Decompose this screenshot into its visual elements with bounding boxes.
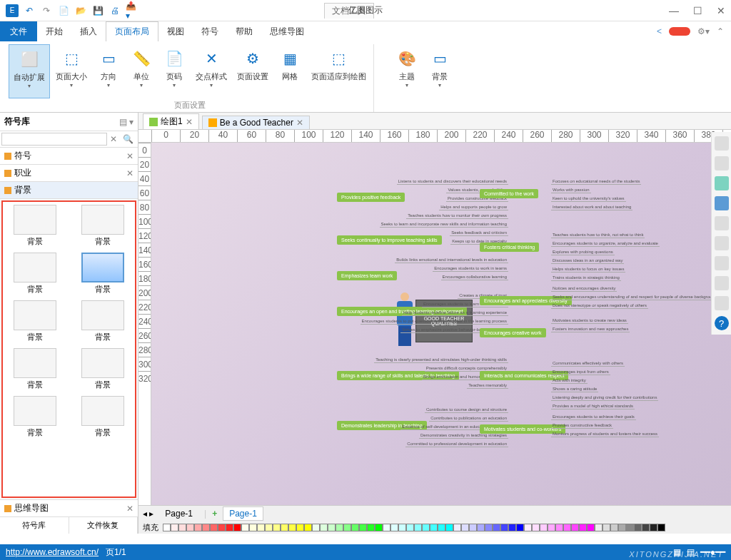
redo-icon[interactable]: ↷	[40, 4, 53, 17]
search-icon[interactable]: 🔍	[120, 133, 136, 146]
tool-comment-icon[interactable]	[715, 276, 729, 290]
color-swatch[interactable]	[414, 524, 422, 531]
leaf[interactable]: Encourages input from others	[551, 369, 610, 375]
color-swatch[interactable]	[312, 524, 320, 531]
color-swatch[interactable]	[390, 524, 398, 531]
color-swatch[interactable]	[657, 524, 665, 531]
color-swatch[interactable]	[257, 524, 265, 531]
tool-chat-icon[interactable]	[715, 296, 729, 310]
leaf[interactable]: Contributes to publications on education	[429, 415, 508, 422]
leaf[interactable]: Teaches students how to think, not what …	[551, 232, 645, 238]
ribbon-网格[interactable]: ▦网格	[274, 44, 306, 98]
leaf[interactable]: Encourages students to put questions and…	[361, 318, 508, 325]
color-swatch[interactable]	[438, 524, 445, 531]
color-swatch[interactable]	[288, 524, 296, 531]
color-swatch[interactable]	[281, 524, 288, 531]
bg-thumb-3[interactable]: 背景	[74, 253, 133, 295]
ribbon-页面大小[interactable]: ⬚页面大小▾	[51, 44, 91, 98]
clear-icon[interactable]: ✕	[107, 133, 120, 146]
color-swatch[interactable]	[453, 524, 461, 531]
leaf[interactable]: Shows a caring attitude	[551, 386, 598, 392]
color-swatch[interactable]	[430, 524, 438, 531]
leaf[interactable]: Help students redefine failure as a lear…	[402, 310, 508, 316]
leaf[interactable]: Helps and supports people to grow	[439, 204, 508, 210]
color-swatch[interactable]	[226, 524, 233, 531]
bg-thumb-2[interactable]: 背景	[6, 253, 65, 295]
color-swatch[interactable]	[595, 524, 603, 531]
bg-thumb-7[interactable]: 背景	[74, 348, 133, 390]
tool-text-icon[interactable]	[715, 236, 729, 250]
export-icon[interactable]: 📤▾	[126, 4, 138, 17]
color-swatch[interactable]	[445, 524, 453, 531]
leaf[interactable]: Does not stereotype or speak negatively …	[551, 302, 648, 309]
leaf[interactable]: Listening deeply and giving credit for t…	[551, 394, 658, 401]
menu-tab-帮助[interactable]: 帮助	[227, 21, 261, 41]
branch-left-0[interactable]: Provides positive feedback	[337, 193, 405, 202]
color-swatch[interactable]	[587, 524, 595, 531]
color-swatch[interactable]	[163, 524, 171, 531]
color-swatch[interactable]	[618, 524, 626, 531]
color-swatch[interactable]	[524, 524, 532, 531]
tab-close-icon[interactable]: ✕	[186, 117, 193, 127]
app-icon[interactable]: E	[6, 4, 19, 17]
color-swatch[interactable]	[610, 524, 618, 531]
color-swatch[interactable]	[422, 524, 430, 531]
leaf[interactable]: Helps students to focus on key issues	[551, 266, 625, 273]
menu-tab-开始[interactable]: 开始	[37, 21, 71, 41]
color-swatch[interactable]	[548, 524, 555, 531]
color-swatch[interactable]	[178, 524, 186, 531]
menu-tab-插入[interactable]: 插入	[71, 21, 106, 41]
ribbon-自动扩展[interactable]: ⬜自动扩展▾	[9, 44, 50, 98]
color-swatch[interactable]	[383, 524, 390, 531]
color-swatch[interactable]	[273, 524, 281, 531]
share-icon[interactable]: <	[657, 26, 662, 36]
color-swatch[interactable]	[336, 524, 343, 531]
color-swatch[interactable]	[485, 524, 493, 531]
color-swatch[interactable]	[367, 524, 375, 531]
page-nav-arrows[interactable]: ◂ ▸	[143, 509, 153, 519]
settings-icon[interactable]: ⚙▾	[697, 26, 710, 36]
section-close-icon[interactable]: ✕	[126, 151, 133, 161]
save-icon[interactable]: 💾	[91, 4, 104, 17]
color-swatch[interactable]	[626, 524, 634, 531]
leaf[interactable]: Teaches memorably	[467, 382, 508, 389]
leaf[interactable]: Focuses on educational needs of the stud…	[551, 178, 641, 185]
leaf[interactable]: Seeks and encourages understanding of an…	[551, 294, 720, 300]
leaf[interactable]: Builds links emotional and international…	[395, 257, 508, 263]
color-swatch[interactable]	[406, 524, 414, 531]
color-swatch[interactable]	[343, 524, 351, 531]
leaf[interactable]: Provides constructive feedback	[551, 422, 613, 429]
tool-layers-icon[interactable]	[715, 216, 729, 230]
add-page-button[interactable]: +	[212, 509, 217, 519]
tool-image-icon[interactable]	[715, 196, 729, 210]
tool-fill-icon[interactable]	[715, 176, 729, 190]
leaf[interactable]: Encourages students to organize, analyze…	[551, 240, 660, 247]
leaf[interactable]: Seeks feedback and criticism	[450, 230, 508, 236]
status-url[interactable]: http://www.edrawsoft.cn/	[6, 547, 99, 557]
leaf[interactable]: Discusses ideas in an organized way	[551, 258, 624, 264]
color-swatch[interactable]	[398, 524, 406, 531]
sidebar-section-mindmap[interactable]: 思维导图 ✕	[0, 499, 138, 516]
menu-tab-符号[interactable]: 符号	[193, 21, 227, 41]
branch-left-2[interactable]: Emphasizes team work	[337, 271, 397, 280]
tool-draw-icon[interactable]	[715, 156, 729, 170]
color-swatch[interactable]	[571, 524, 579, 531]
color-swatch[interactable]	[563, 524, 571, 531]
color-swatch[interactable]	[241, 524, 249, 531]
ribbon-方向[interactable]: ▭方向▾	[93, 44, 124, 98]
color-swatch[interactable]	[650, 524, 657, 531]
leaf[interactable]: Motivates students to create new ideas	[551, 317, 628, 324]
maximize-icon[interactable]: ☐	[693, 5, 702, 16]
sidebar-tab-recovery[interactable]: 文件恢复	[69, 517, 138, 534]
page-tab-1[interactable]: Page-1	[159, 507, 198, 520]
tool-pointer-icon[interactable]	[715, 136, 729, 151]
color-swatch[interactable]	[375, 524, 383, 531]
leaf[interactable]: Encourages collaborative learning	[441, 274, 508, 280]
menu-tab-页面布局[interactable]: 页面布局	[106, 21, 158, 41]
collapse-ribbon-icon[interactable]: ⌃	[717, 26, 724, 36]
color-swatch[interactable]	[493, 524, 500, 531]
color-swatch[interactable]	[579, 524, 587, 531]
color-swatch[interactable]	[351, 524, 359, 531]
color-swatch[interactable]	[194, 524, 202, 531]
bg-thumb-4[interactable]: 背景	[6, 300, 65, 342]
